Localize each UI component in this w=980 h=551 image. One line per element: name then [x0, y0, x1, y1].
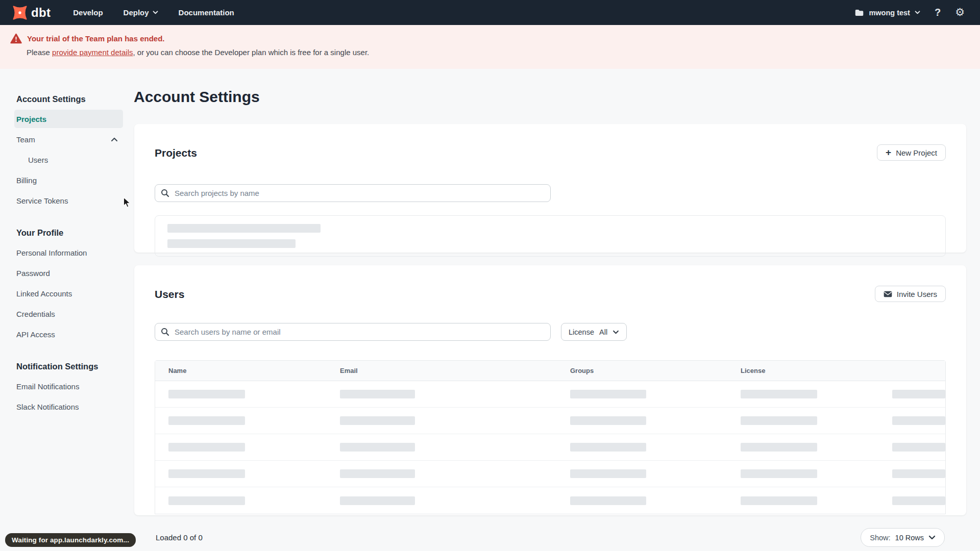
- sidebar-item-password[interactable]: Password: [14, 264, 123, 282]
- sidebar-item-team[interactable]: Team: [14, 130, 123, 148]
- sidebar-item-users[interactable]: Users: [14, 151, 123, 169]
- nav-item-documentation[interactable]: Documentation: [179, 8, 234, 17]
- mouse-cursor: [123, 197, 131, 208]
- nav-item-deploy[interactable]: Deploy: [124, 8, 158, 17]
- users-table-header: Name Email Groups License: [155, 361, 945, 381]
- sidebar-heading-account-settings: Account Settings: [14, 93, 123, 105]
- skeleton-bar: [892, 469, 945, 478]
- skeleton-bar: [168, 496, 245, 505]
- settings-sidebar: Account Settings Projects Team Users Bil…: [14, 93, 123, 418]
- users-search-input[interactable]: [155, 323, 551, 341]
- chevron-down-icon: [928, 535, 936, 540]
- skeleton-bar: [570, 390, 646, 398]
- license-filter-dropdown[interactable]: License All: [561, 323, 627, 341]
- show-label: Show:: [870, 534, 890, 542]
- logo-text: dbt: [31, 6, 51, 20]
- table-row-skeleton: [155, 487, 945, 514]
- invite-users-button[interactable]: Invite Users: [875, 286, 946, 302]
- browser-status-tooltip: Waiting for app.launchdarkly.com...: [5, 533, 136, 547]
- skeleton-bar: [167, 224, 321, 233]
- skeleton-bar: [168, 416, 245, 425]
- sidebar-heading-your-profile: Your Profile: [14, 227, 123, 238]
- sidebar-item-api-access[interactable]: API Access: [14, 325, 123, 343]
- users-card-title: Users: [155, 289, 184, 299]
- column-header-license: License: [727, 367, 879, 374]
- banner-body: Please provide payment details, or you c…: [27, 48, 980, 57]
- column-header-groups: Groups: [557, 367, 727, 374]
- projects-search-input[interactable]: [155, 184, 551, 202]
- skeleton-bar: [741, 469, 817, 478]
- skeleton-bar: [892, 390, 945, 398]
- dbt-logo[interactable]: dbt: [12, 5, 51, 20]
- folder-icon: [854, 9, 864, 17]
- skeleton-bar: [570, 469, 646, 478]
- users-card: Users Invite Users License All Na: [134, 265, 966, 515]
- help-icon: ?: [935, 7, 941, 18]
- sidebar-item-service-tokens[interactable]: Service Tokens: [14, 191, 123, 210]
- skeleton-bar: [741, 390, 817, 398]
- table-row-skeleton: [155, 461, 945, 487]
- sidebar-item-slack-notifications[interactable]: Slack Notifications: [14, 397, 123, 416]
- projects-card: Projects + New Project: [134, 124, 966, 253]
- sidebar-item-credentials[interactable]: Credentials: [14, 305, 123, 323]
- provide-payment-details-link[interactable]: provide payment details: [52, 48, 133, 57]
- warning-icon: [10, 33, 22, 44]
- settings-button[interactable]: ⚙: [955, 7, 965, 18]
- sidebar-item-personal-information[interactable]: Personal Information: [14, 243, 123, 262]
- banner-title: Your trial of the Team plan has ended.: [27, 34, 165, 43]
- table-row-skeleton: [155, 381, 945, 408]
- skeleton-bar: [167, 239, 296, 248]
- license-filter-value: All: [599, 328, 607, 336]
- table-row-skeleton: [155, 434, 945, 461]
- sidebar-item-linked-accounts[interactable]: Linked Accounts: [14, 284, 123, 303]
- rows-per-page-dropdown[interactable]: Show: 10 Rows: [861, 528, 945, 547]
- skeleton-bar: [892, 443, 945, 452]
- column-header-name: Name: [155, 367, 327, 374]
- dbt-logo-icon: [12, 5, 28, 20]
- skeleton-bar: [340, 443, 415, 452]
- account-name: mwong test: [869, 9, 910, 17]
- chevron-down-icon: [915, 11, 920, 14]
- skeleton-bar: [340, 496, 415, 505]
- sidebar-item-projects[interactable]: Projects: [14, 110, 123, 128]
- skeleton-bar: [741, 443, 817, 452]
- trial-ended-banner: Your trial of the Team plan has ended. P…: [0, 25, 980, 69]
- skeleton-bar: [570, 496, 646, 505]
- chevron-up-icon: [111, 137, 118, 142]
- skeleton-bar: [340, 469, 415, 478]
- top-nav-menu: Develop Deploy Documentation: [73, 8, 234, 17]
- page-title: Account Settings: [134, 88, 260, 106]
- show-value: 10 Rows: [895, 534, 924, 542]
- loaded-count: Loaded 0 of 0: [156, 533, 203, 542]
- table-row-skeleton: [155, 408, 945, 434]
- search-icon: [161, 189, 169, 197]
- sidebar-item-email-notifications[interactable]: Email Notifications: [14, 377, 123, 395]
- skeleton-bar: [168, 390, 245, 398]
- envelope-icon: [884, 291, 892, 297]
- skeleton-bar: [570, 443, 646, 452]
- skeleton-bar: [168, 469, 245, 478]
- search-icon: [161, 328, 169, 336]
- new-project-button[interactable]: + New Project: [877, 144, 946, 161]
- license-filter-label: License: [569, 328, 594, 336]
- skeleton-bar: [168, 443, 245, 452]
- sidebar-heading-notification-settings: Notification Settings: [14, 361, 123, 372]
- users-list-footer: Loaded 0 of 0 Show: 10 Rows: [156, 528, 945, 547]
- skeleton-bar: [741, 496, 817, 505]
- skeleton-bar: [570, 416, 646, 425]
- top-nav: dbt Develop Deploy Documentation mwong t…: [0, 0, 980, 25]
- account-switcher[interactable]: mwong test: [854, 9, 920, 17]
- skeleton-bar: [892, 496, 945, 505]
- column-header-email: Email: [327, 367, 557, 374]
- sidebar-item-billing[interactable]: Billing: [14, 171, 123, 189]
- skeleton-bar: [892, 416, 945, 425]
- plus-icon: +: [886, 147, 891, 157]
- skeleton-bar: [340, 416, 415, 425]
- gear-icon: ⚙: [955, 7, 965, 18]
- skeleton-bar: [741, 416, 817, 425]
- nav-item-develop[interactable]: Develop: [73, 8, 103, 17]
- chevron-down-icon: [153, 11, 158, 14]
- help-button[interactable]: ?: [935, 7, 941, 18]
- skeleton-bar: [340, 390, 415, 398]
- projects-card-title: Projects: [155, 147, 197, 158]
